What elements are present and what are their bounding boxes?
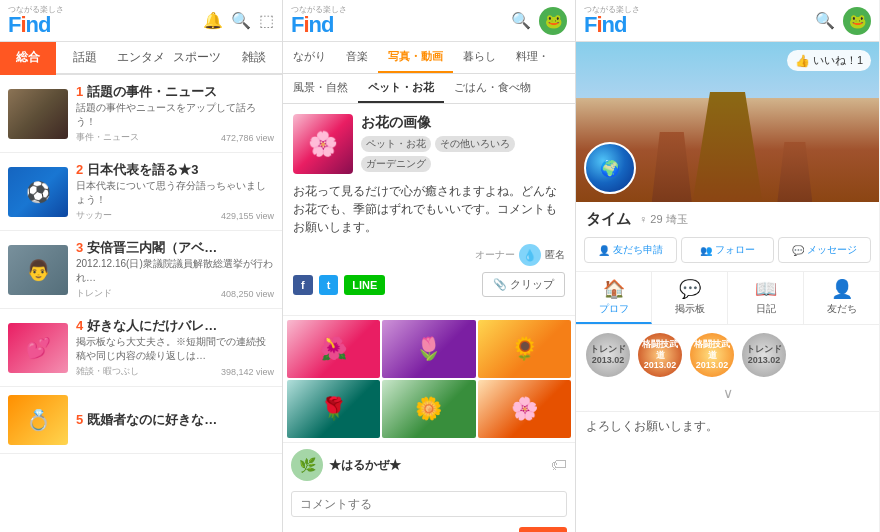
photo-cell-6[interactable]: 🌸 (478, 380, 571, 438)
list-content-3: 3 安倍晋三内閣（アベ… 2012.12.16(日)衆議院議員解散総選挙が行われ… (76, 239, 274, 300)
subtab2-landscape[interactable]: 風景・自然 (283, 74, 358, 103)
friend-request-button[interactable]: 👤 友だち申請 (584, 237, 677, 263)
rank-2: 2 (76, 162, 83, 177)
photo-cell-1[interactable]: 🌺 (287, 320, 380, 378)
list-item[interactable]: 💍 5 既婚者なのに好きな… (0, 387, 282, 454)
follow-label: フォロー (715, 243, 755, 257)
nav-prof[interactable]: 🏠 プロフ (576, 272, 652, 324)
profile-nav: 🏠 プロフ 💬 掲示板 📖 日記 👤 友だち (576, 271, 879, 325)
view-3: 408,250 view (221, 289, 274, 299)
badge-circle-2: 格闘技武道 2013.02 (638, 333, 682, 377)
bookmark-icon[interactable]: 🏷 (551, 456, 567, 474)
badge-label-1a: トレンド (590, 344, 626, 355)
comment-input[interactable] (291, 491, 567, 517)
panel-2: つながる楽しさ Find 🔍 🐸 ながり 音楽 写真・動画 暮らし 料理・ 風景… (283, 0, 576, 532)
list-item[interactable]: 💕 4 好きな人にだけバレ… 掲示板なら大丈夫さ。※短期間での連続投稿や同じ内容… (0, 309, 282, 387)
list-content-1: 1 話題の事件・ニュース 話題の事件やニュースをアップして話ろう！ 事件・ニュー… (76, 83, 274, 144)
tab-topic[interactable]: 話題 (56, 42, 112, 75)
commenter-name: ★はるかぜ★ (329, 457, 401, 474)
fb-icon: f (301, 279, 305, 291)
message-label: メッセージ (807, 243, 857, 257)
facebook-share-button[interactable]: f (293, 275, 313, 295)
photo-cell-3[interactable]: 🌻 (478, 320, 571, 378)
badge-label-4a: トレンド (746, 344, 782, 355)
tab-all[interactable]: 総合 (0, 42, 56, 75)
diary-icon: 📖 (755, 278, 777, 300)
badge-label-2a: 格闘技武道 (638, 339, 682, 361)
badge-label-3a: 格闘技武道 (690, 339, 734, 361)
owner-label: オーナー (475, 248, 515, 262)
comment-actions: 📷 ▶ 匿名 投稿 (291, 521, 567, 532)
badge-row: トレンド 2013.02 格闘技武道 2013.02 格闘技武道 (586, 333, 869, 377)
panel2-header-icons: 🔍 🐸 (511, 7, 567, 35)
list-item[interactable]: 👨 3 安倍晋三内閣（アベ… 2012.12.16(日)衆議院議員解散総選挙が行… (0, 231, 282, 309)
subtab-kurashi[interactable]: 暮らし (453, 42, 506, 73)
subtab-nagari[interactable]: ながり (283, 42, 336, 73)
post-thumb: 🌸 (293, 114, 353, 174)
expand-button[interactable]: ∨ (586, 383, 869, 403)
tab-misc[interactable]: 雑談 (226, 42, 282, 75)
subtab2-pet[interactable]: ペット・お花 (358, 74, 444, 103)
subtab-ryouri[interactable]: 料理・ (506, 42, 559, 73)
post-tag-3[interactable]: ガーデニング (361, 156, 431, 172)
tab-sports[interactable]: スポーツ (169, 42, 225, 75)
list-item[interactable]: ⚽ 2 日本代表を語る★3 日本代表について思う存分語っちゃいましょう！ サッカ… (0, 153, 282, 231)
bell-icon[interactable]: 🔔 (203, 11, 223, 30)
post-body: お花って見るだけで心が癒されますよね。どんなお花でも、季節はずれでもいいです。コ… (293, 182, 565, 236)
panel1-header: つながる楽しさ Find 🔔 🔍 ⬚ (0, 0, 282, 42)
desc-1: 話題の事件やニュースをアップして話ろう！ (76, 101, 274, 129)
photo-cell-2[interactable]: 🌷 (382, 320, 475, 378)
friend-icon: 👤 (598, 245, 610, 256)
twitter-share-button[interactable]: t (319, 275, 339, 295)
photo-cell-5[interactable]: 🌼 (382, 380, 475, 438)
line-share-button[interactable]: LINE (344, 275, 385, 295)
tag-3: トレンド (76, 287, 112, 300)
panel-1: つながる楽しさ Find 🔔 🔍 ⬚ 総合 話題 エンタメ スポーツ 雑談 1 … (0, 0, 283, 532)
rank-4: 4 (76, 318, 83, 333)
nav-friends[interactable]: 👤 友だち (804, 272, 879, 324)
tag-1: 事件・ニュース (76, 131, 139, 144)
commenter-row: 🌿 ★はるかぜ★ 🏷 (291, 449, 567, 481)
comment-input-row (291, 487, 567, 521)
view-4: 398,142 view (221, 367, 274, 377)
nav-board[interactable]: 💬 掲示板 (652, 272, 728, 324)
nav-board-label: 掲示板 (675, 302, 705, 316)
follow-button[interactable]: 👥 フォロー (681, 237, 774, 263)
tab-entame[interactable]: エンタメ (113, 42, 169, 75)
earth-icon: 🌍 (600, 159, 620, 178)
chevron-down-icon: ∨ (723, 385, 733, 401)
list-thumb-5: 💍 (8, 395, 68, 445)
panel2-avatar[interactable]: 🐸 (539, 7, 567, 35)
submit-button[interactable]: 投稿 (519, 527, 567, 532)
panel2-search-icon[interactable]: 🔍 (511, 11, 531, 30)
post-tag-2[interactable]: その他いろいろ (435, 136, 515, 152)
search-icon[interactable]: 🔍 (231, 11, 251, 30)
badge-3: 格闘技武道 2013.02 (690, 333, 734, 377)
panel3-avatar[interactable]: 🐸 (843, 7, 871, 35)
panel1-header-icons: 🔔 🔍 ⬚ (203, 11, 274, 30)
post-tag-1[interactable]: ペット・お花 (361, 136, 431, 152)
desc-2: 日本代表について思う存分語っちゃいましょう！ (76, 179, 274, 207)
nav-diary[interactable]: 📖 日記 (728, 272, 804, 324)
photo-cell-4[interactable]: 🌹 (287, 380, 380, 438)
panel1-tabs: 総合 話題 エンタメ スポーツ 雑談 (0, 42, 282, 75)
subtab2-food[interactable]: ごはん・食べ物 (444, 74, 541, 103)
message-button[interactable]: 💬 メッセージ (778, 237, 871, 263)
tag-2: サッカー (76, 209, 112, 222)
list-item[interactable]: 1 話題の事件・ニュース 話題の事件やニュースをアップして話ろう！ 事件・ニュー… (0, 75, 282, 153)
clip-button[interactable]: 📎 クリップ (482, 272, 565, 297)
panel3-search-icon[interactable]: 🔍 (815, 11, 835, 30)
action-buttons: 👤 友だち申請 👥 フォロー 💬 メッセージ (576, 233, 879, 271)
login-icon[interactable]: ⬚ (259, 11, 274, 30)
like-label: いいね！1 (813, 53, 863, 68)
badge-date-1: 2013.02 (590, 355, 626, 366)
profile-location: 埼玉 (666, 213, 688, 225)
profile-name: タイム (586, 210, 631, 227)
list-content-2: 2 日本代表を語る★3 日本代表について思う存分語っちゃいましょう！ サッカー … (76, 161, 274, 222)
meta-3: トレンド 408,250 view (76, 287, 274, 300)
subtab-photo[interactable]: 写真・動画 (378, 42, 453, 73)
profile-name-row: タイム ♀ 29 埼玉 (576, 202, 879, 233)
subtab-music[interactable]: 音楽 (336, 42, 378, 73)
panel2-logo: Find (291, 14, 333, 36)
nav-diary-label: 日記 (756, 302, 776, 316)
